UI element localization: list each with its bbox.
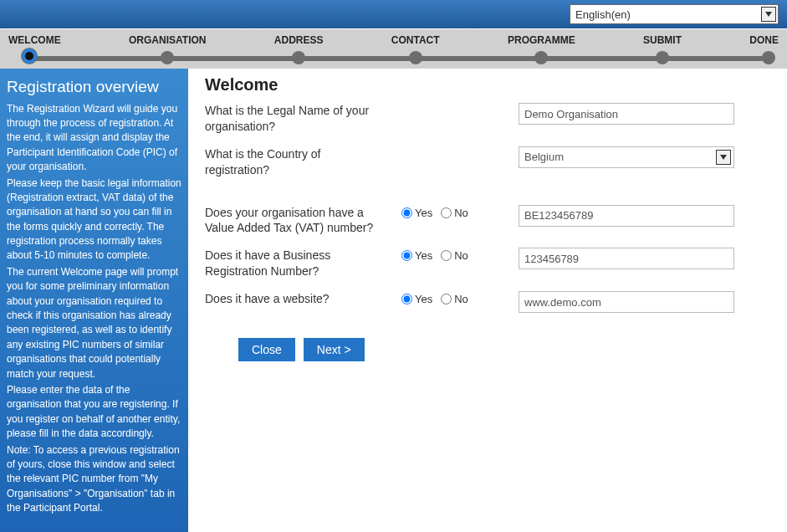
language-dropdown-button[interactable]: [761, 7, 776, 22]
chevron-down-icon: [720, 155, 727, 160]
wizard-buttons: Close Next >: [205, 338, 770, 361]
progress-line: [23, 56, 764, 61]
step-dot: [292, 51, 305, 64]
step-dot: [161, 51, 174, 64]
svg-marker-0: [765, 12, 772, 17]
brn-no-option[interactable]: No: [441, 249, 468, 262]
step-organisation: ORGANISATION: [129, 34, 206, 46]
step-dot: [762, 51, 775, 64]
vat-no-radio[interactable]: [441, 207, 452, 218]
step-dot: [534, 51, 548, 64]
step-dot: [409, 51, 422, 64]
close-button[interactable]: Close: [238, 338, 295, 361]
website-input[interactable]: [519, 291, 734, 313]
step-contact: CONTACT: [391, 34, 440, 46]
step-welcome: WELCOME: [8, 34, 61, 46]
website-no-radio[interactable]: [441, 294, 452, 304]
vat-yes-radio[interactable]: [401, 207, 412, 218]
sidebar-overview: Registration overview The Registration W…: [0, 69, 188, 532]
website-yesno: Yes No: [401, 291, 502, 305]
question-legal-name: What is the Legal Name of your organisat…: [205, 103, 385, 135]
next-button[interactable]: Next >: [304, 338, 365, 361]
website-yes-option[interactable]: Yes: [401, 293, 432, 305]
chevron-down-icon: [765, 12, 772, 17]
top-bar: English(en): [0, 0, 787, 28]
website-no-option[interactable]: No: [441, 293, 468, 305]
question-vat: Does your organisation have a Value Adde…: [205, 205, 385, 237]
sidebar-paragraph: Please keep the basic legal information …: [7, 176, 181, 263]
step-programme: PROGRAMME: [508, 34, 575, 46]
step-dot-active: [22, 49, 37, 64]
step-submit: SUBMIT: [643, 34, 682, 46]
brn-yes-radio[interactable]: [401, 250, 412, 261]
vat-no-option[interactable]: No: [441, 207, 468, 219]
vat-yes-option[interactable]: Yes: [401, 207, 432, 219]
website-yes-radio[interactable]: [401, 294, 412, 304]
brn-no-radio[interactable]: [441, 250, 452, 261]
progress-steps: WELCOME ORGANISATION ADDRESS CONTACT PRO…: [0, 28, 787, 69]
country-select[interactable]: Belgium: [519, 146, 734, 168]
language-selector[interactable]: English(en): [570, 4, 779, 24]
sidebar-title: Registration overview: [7, 75, 181, 99]
brn-yes-option[interactable]: Yes: [401, 249, 432, 262]
step-address: ADDRESS: [274, 34, 324, 46]
step-dot: [656, 51, 669, 64]
sidebar-paragraph: The current Welcome page will prompt you…: [7, 265, 181, 381]
sidebar-paragraph: Note: To access a previous registration …: [7, 443, 181, 516]
question-brn: Does it have a Business Registration Num…: [205, 248, 385, 279]
country-dropdown-button[interactable]: [716, 150, 731, 165]
legal-name-input[interactable]: [519, 103, 734, 125]
page-title: Welcome: [205, 75, 770, 95]
question-country: What is the Country of registration?: [205, 146, 385, 178]
main-panel: Welcome What is the Legal Name of your o…: [188, 69, 787, 532]
svg-marker-1: [720, 155, 727, 160]
vat-yesno: Yes No: [401, 205, 502, 219]
step-done: DONE: [749, 34, 779, 46]
vat-input[interactable]: [519, 205, 734, 227]
language-value: English(en): [575, 8, 631, 21]
question-website: Does it have a website?: [205, 291, 385, 307]
brn-input[interactable]: [519, 248, 734, 269]
country-value: Belgium: [524, 151, 564, 163]
sidebar-paragraph: The Registration Wizard will guide you t…: [7, 102, 181, 175]
brn-yesno: Yes No: [401, 248, 502, 262]
sidebar-paragraph: Please enter the data of the organisatio…: [7, 383, 181, 442]
